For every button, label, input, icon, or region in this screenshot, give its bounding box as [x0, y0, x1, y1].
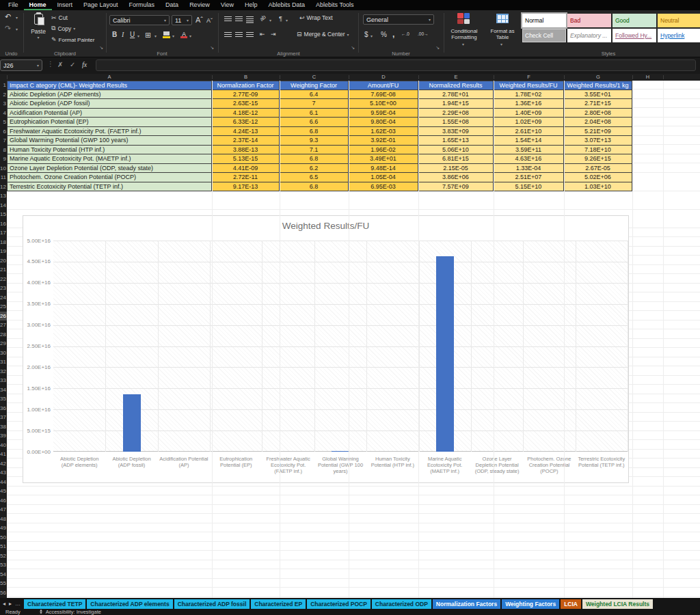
table-cell[interactable]: 6.95E-03 — [349, 182, 418, 192]
table-cell[interactable]: Abiotic Depletion (ADP elements) — [7, 90, 212, 100]
row-header-56[interactable]: 56 — [0, 588, 7, 598]
row-header-13[interactable]: 13 — [0, 191, 7, 201]
style-chip-normal[interactable]: Normal — [522, 14, 566, 27]
row-header-33[interactable]: 33 — [0, 376, 7, 385]
table-cell[interactable]: 5.10E+00 — [349, 99, 418, 109]
row-header-40[interactable]: 40 — [0, 441, 7, 450]
chevron-down-icon[interactable]: ▾ — [269, 18, 271, 23]
table-cell[interactable]: 2.78E+01 — [418, 90, 494, 100]
table-header-cell[interactable]: Normalized Results — [418, 81, 494, 90]
increase-font-size-icon[interactable]: Aˆ — [196, 16, 203, 24]
fx-icon[interactable]: fx — [82, 61, 87, 68]
table-cell[interactable]: 1.40E+09 — [494, 109, 564, 118]
ribbon-tab-file[interactable]: File — [3, 0, 24, 10]
row-header-14[interactable]: 14 — [0, 201, 7, 210]
column-header-f[interactable]: F — [519, 74, 539, 81]
table-cell[interactable]: 1.03E+10 — [564, 182, 632, 192]
table-cell[interactable]: 1.05E-04 — [349, 173, 418, 182]
table-cell[interactable]: 1.94E+15 — [418, 99, 494, 109]
row-header-11[interactable]: 11 — [0, 173, 7, 182]
ribbon-tab-ablebits-data[interactable]: Ablebits Data — [263, 0, 311, 10]
row-header-16[interactable]: 16 — [0, 219, 7, 229]
ribbon-tab-view[interactable]: View — [215, 0, 239, 10]
table-cell[interactable]: 6.33E-12 — [212, 118, 280, 127]
comma-format-icon[interactable]: , — [392, 29, 394, 39]
table-cell[interactable]: 7.1 — [280, 146, 349, 155]
table-cell[interactable]: 2.61E+10 — [494, 127, 564, 137]
chevron-down-icon[interactable]: ▾ — [189, 33, 191, 38]
row-header-28[interactable]: 28 — [0, 330, 7, 340]
table-cell[interactable]: 2.63E-15 — [212, 99, 280, 109]
align-right-icon[interactable] — [246, 32, 254, 38]
ribbon-tab-insert[interactable]: Insert — [52, 0, 79, 10]
formula-input[interactable] — [96, 59, 696, 71]
table-cell[interactable]: 2.80E+08 — [564, 109, 632, 118]
currency-format-icon[interactable]: $ — [364, 31, 368, 38]
row-header-34[interactable]: 34 — [0, 385, 7, 395]
style-chip-followed-hy[interactable]: Followed Hy... — [612, 29, 656, 42]
row-header-20[interactable]: 20 — [0, 256, 7, 266]
table-header-cell[interactable]: Weighting Factor — [280, 81, 349, 90]
align-bottom-icon[interactable] — [246, 16, 254, 22]
row-header-47[interactable]: 47 — [0, 505, 7, 515]
decrease-font-size-icon[interactable]: Aˇ — [206, 17, 213, 24]
row-header-55[interactable]: 55 — [0, 579, 7, 588]
number-format-select[interactable]: General ▾ — [363, 14, 434, 25]
row-header-8[interactable]: 8 — [0, 146, 7, 155]
italic-icon[interactable]: I — [122, 31, 124, 38]
formula-enter-icon[interactable]: ✓ — [70, 61, 75, 68]
table-cell[interactable]: 2.72E-11 — [212, 173, 280, 182]
table-cell[interactable]: Terrestric Ecotoxicity Potential (TETP i… — [7, 182, 212, 192]
table-cell[interactable]: 6.81E+15 — [418, 154, 494, 164]
row-header-30[interactable]: 30 — [0, 348, 7, 358]
table-header-cell[interactable]: Weighted Results/1 kg — [564, 81, 632, 90]
clipboard-dialog-launcher-icon[interactable]: ↘ — [99, 45, 103, 51]
row-header-1[interactable]: 1 — [0, 81, 7, 90]
row-header-22[interactable]: 22 — [0, 275, 7, 284]
table-cell[interactable]: 9.3 — [280, 136, 349, 146]
row-header-31[interactable]: 31 — [0, 357, 7, 367]
font-size-select[interactable]: 11 ▾ — [172, 15, 192, 25]
row-header-45[interactable]: 45 — [0, 487, 7, 496]
chevron-down-icon[interactable]: ▾ — [371, 33, 373, 38]
table-cell[interactable]: 7.57E+09 — [418, 182, 494, 192]
column-header-g[interactable]: G — [588, 74, 608, 81]
table-cell[interactable]: 3.86E+06 — [418, 173, 494, 182]
table-cell[interactable]: 2.67E-05 — [564, 164, 632, 174]
row-header-51[interactable]: 51 — [0, 542, 7, 551]
row-header-52[interactable]: 52 — [0, 551, 7, 561]
table-cell[interactable]: Human Toxicity Potential (HTP inf.) — [7, 146, 212, 155]
sheet-tab-weighted-lcia-results[interactable]: Weighted LCIA Results — [582, 599, 653, 609]
column-header-b[interactable]: B — [236, 74, 256, 81]
table-cell[interactable]: 6.4 — [280, 90, 349, 100]
sheet-tab-characterized-adp-fossil[interactable]: Characterized ADP fossil — [174, 599, 250, 609]
row-header-18[interactable]: 18 — [0, 238, 7, 247]
ribbon-tab-page-layout[interactable]: Page Layout — [78, 0, 124, 10]
row-header-48[interactable]: 48 — [0, 515, 7, 524]
table-cell[interactable]: 4.24E-13 — [212, 127, 280, 137]
alignment-dialog-launcher-icon[interactable]: ↘ — [351, 45, 355, 51]
align-left-icon[interactable] — [224, 32, 232, 38]
table-cell[interactable]: 3.07E+13 — [564, 136, 632, 146]
ribbon-tab-data[interactable]: Data — [160, 0, 184, 10]
table-header-cell[interactable]: Normalization Factor — [212, 81, 280, 90]
table-cell[interactable]: 2.04E+08 — [564, 118, 632, 127]
row-header-24[interactable]: 24 — [0, 293, 7, 303]
row-header-3[interactable]: 3 — [0, 99, 7, 109]
font-dialog-launcher-icon[interactable]: ↘ — [210, 45, 214, 51]
table-cell[interactable]: 3.88E-13 — [212, 146, 280, 155]
table-cell[interactable]: 2.77E-09 — [212, 90, 280, 100]
chevron-down-icon[interactable]: ▾ — [154, 33, 157, 38]
table-cell[interactable]: 2.71E+15 — [564, 99, 632, 109]
table-cell[interactable]: 5.21E+09 — [564, 127, 632, 137]
style-chip-hyperlink[interactable]: Hyperlink — [658, 29, 700, 42]
table-cell[interactable]: 6.5 — [280, 173, 349, 182]
table-cell[interactable]: 9.80E-04 — [349, 118, 418, 127]
table-cell[interactable]: 5.13E-15 — [212, 154, 280, 164]
accessibility-status[interactable]: Accessibility: Investigate — [38, 609, 101, 615]
decrease-decimal-icon[interactable]: .00→ — [418, 31, 429, 36]
table-cell[interactable]: Freshwater Aquatic Ecotoxicity Pot. (FAE… — [7, 127, 212, 137]
conditional-formatting-button[interactable]: Conditional Formatting ▾ — [446, 12, 483, 54]
table-cell[interactable]: 3.92E-01 — [349, 136, 418, 146]
sheet-grid[interactable]: Impact C ategory (CML)- Weighted Results… — [7, 81, 700, 598]
